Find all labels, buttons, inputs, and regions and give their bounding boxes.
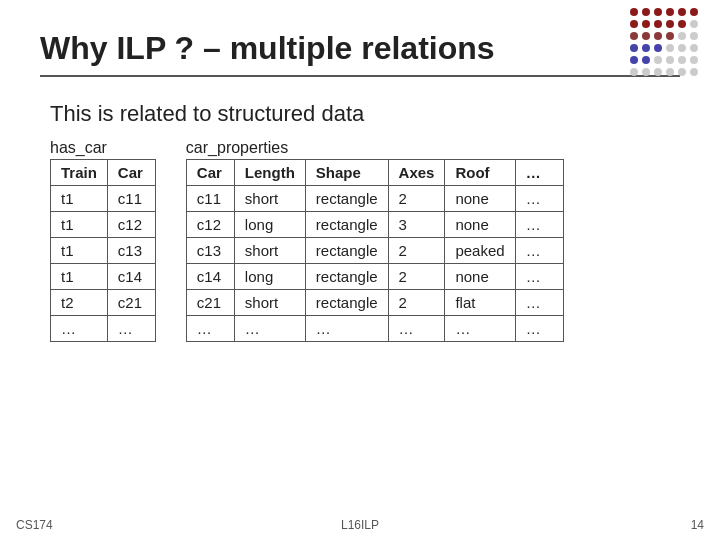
table-cell: … bbox=[515, 264, 563, 290]
decoration-dot bbox=[666, 56, 674, 64]
table-cell: c11 bbox=[107, 186, 155, 212]
table-row: t2c21 bbox=[51, 290, 156, 316]
decoration-dot bbox=[654, 68, 662, 76]
table-header: Roof bbox=[445, 160, 515, 186]
table-cell: rectangle bbox=[305, 290, 388, 316]
decoration-dot bbox=[642, 68, 650, 76]
slide: Why ILP ? – multiple relations This is r… bbox=[0, 0, 720, 540]
decoration-dot bbox=[630, 68, 638, 76]
decoration-dot bbox=[654, 20, 662, 28]
table-cell: … bbox=[515, 316, 563, 342]
table-cell: none bbox=[445, 212, 515, 238]
table-cell: flat bbox=[445, 290, 515, 316]
decoration-dot bbox=[642, 20, 650, 28]
table-cell: none bbox=[445, 264, 515, 290]
decoration-dot bbox=[642, 32, 650, 40]
decoration-dot bbox=[630, 32, 638, 40]
decoration-dot bbox=[690, 32, 698, 40]
tables-container: has_car TrainCar t1c11t1c12t1c13t1c14t2c… bbox=[50, 139, 680, 342]
table-cell: t1 bbox=[51, 212, 108, 238]
table-cell: rectangle bbox=[305, 186, 388, 212]
has-car-label: has_car bbox=[50, 139, 156, 157]
table-cell: … bbox=[515, 238, 563, 264]
table-cell: … bbox=[515, 186, 563, 212]
table-cell: long bbox=[234, 212, 305, 238]
table-row: c21shortrectangle2flat… bbox=[186, 290, 563, 316]
table-cell: long bbox=[234, 264, 305, 290]
decoration-dot bbox=[690, 68, 698, 76]
decoration-dot bbox=[666, 8, 674, 16]
table-cell: peaked bbox=[445, 238, 515, 264]
decoration-dot bbox=[642, 8, 650, 16]
table-row: c12longrectangle3none… bbox=[186, 212, 563, 238]
footer-right: 14 bbox=[691, 518, 704, 532]
decoration-dot bbox=[678, 68, 686, 76]
decoration-dot bbox=[642, 44, 650, 52]
table-row: t1c12 bbox=[51, 212, 156, 238]
car-properties-table: CarLengthShapeAxesRoof… c11shortrectangl… bbox=[186, 159, 564, 342]
table-header: Car bbox=[186, 160, 234, 186]
table-row: c14longrectangle2none… bbox=[186, 264, 563, 290]
decoration-dot bbox=[666, 68, 674, 76]
table-cell: t1 bbox=[51, 186, 108, 212]
decoration-dot bbox=[678, 8, 686, 16]
table-cell: 2 bbox=[388, 186, 445, 212]
table-row: c11shortrectangle2none… bbox=[186, 186, 563, 212]
has-car-table: TrainCar t1c11t1c12t1c13t1c14t2c21…… bbox=[50, 159, 156, 342]
decoration-dot bbox=[654, 44, 662, 52]
table-row: c13shortrectangle2peaked… bbox=[186, 238, 563, 264]
table-header: Car bbox=[107, 160, 155, 186]
decoration-dot bbox=[678, 32, 686, 40]
decoration-dot bbox=[642, 56, 650, 64]
table-cell: … bbox=[234, 316, 305, 342]
table-cell: … bbox=[186, 316, 234, 342]
table-cell: c13 bbox=[186, 238, 234, 264]
table-cell: c12 bbox=[186, 212, 234, 238]
table-cell: rectangle bbox=[305, 238, 388, 264]
table-cell: 2 bbox=[388, 238, 445, 264]
table-row: t1c11 bbox=[51, 186, 156, 212]
decoration-dot bbox=[654, 32, 662, 40]
table-cell: 2 bbox=[388, 290, 445, 316]
table-header: Train bbox=[51, 160, 108, 186]
table-cell: … bbox=[388, 316, 445, 342]
car-properties-label: car_properties bbox=[186, 139, 564, 157]
table-cell: c21 bbox=[107, 290, 155, 316]
decoration-dot bbox=[678, 20, 686, 28]
table-cell: rectangle bbox=[305, 264, 388, 290]
table-cell: … bbox=[515, 290, 563, 316]
table-cell: c14 bbox=[186, 264, 234, 290]
decoration-dot bbox=[690, 20, 698, 28]
decoration-dot bbox=[690, 8, 698, 16]
table-cell: rectangle bbox=[305, 212, 388, 238]
decoration-dot bbox=[690, 44, 698, 52]
decoration-dot bbox=[678, 44, 686, 52]
table-cell: c11 bbox=[186, 186, 234, 212]
table-cell: t1 bbox=[51, 238, 108, 264]
table-cell: t1 bbox=[51, 264, 108, 290]
table-row: ……………… bbox=[186, 316, 563, 342]
car-properties-section: car_properties CarLengthShapeAxesRoof… c… bbox=[186, 139, 564, 342]
decoration-dot bbox=[630, 44, 638, 52]
decoration-dot bbox=[690, 56, 698, 64]
table-cell: none bbox=[445, 186, 515, 212]
table-header: Axes bbox=[388, 160, 445, 186]
table-header: Length bbox=[234, 160, 305, 186]
table-row: t1c13 bbox=[51, 238, 156, 264]
table-cell: short bbox=[234, 238, 305, 264]
table-row: t1c14 bbox=[51, 264, 156, 290]
table-cell: short bbox=[234, 290, 305, 316]
table-cell: 3 bbox=[388, 212, 445, 238]
decoration-dot bbox=[678, 56, 686, 64]
table-cell: c21 bbox=[186, 290, 234, 316]
decoration-dot bbox=[666, 20, 674, 28]
decoration-dot bbox=[654, 8, 662, 16]
table-cell: c14 bbox=[107, 264, 155, 290]
table-cell: c12 bbox=[107, 212, 155, 238]
table-cell: t2 bbox=[51, 290, 108, 316]
decoration-dot bbox=[630, 56, 638, 64]
footer-center: L16ILP bbox=[341, 518, 379, 532]
table-cell: … bbox=[107, 316, 155, 342]
table-row: …… bbox=[51, 316, 156, 342]
decoration-dot bbox=[630, 8, 638, 16]
